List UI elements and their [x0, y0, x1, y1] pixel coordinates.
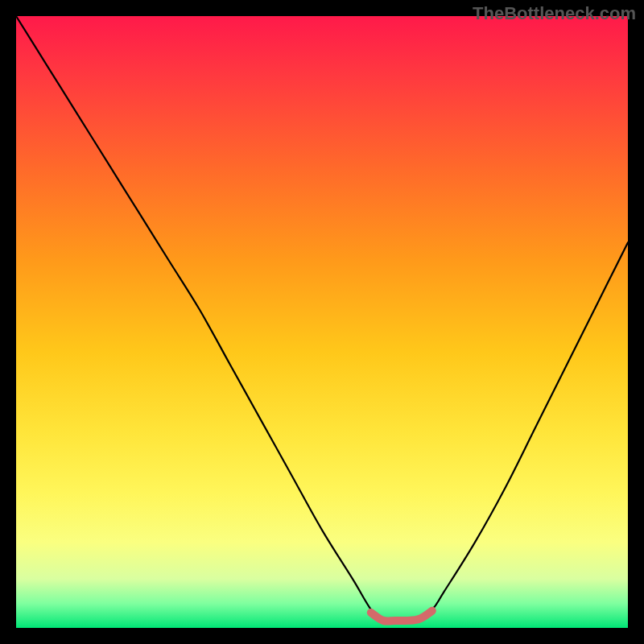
chart-frame: TheBottleneck.com	[0, 0, 644, 644]
curve-layer	[16, 16, 628, 628]
sweet-spot-marker	[371, 611, 432, 621]
plot-area	[16, 16, 628, 628]
bottleneck-curve	[16, 16, 628, 623]
watermark-text: TheBottleneck.com	[473, 3, 636, 24]
